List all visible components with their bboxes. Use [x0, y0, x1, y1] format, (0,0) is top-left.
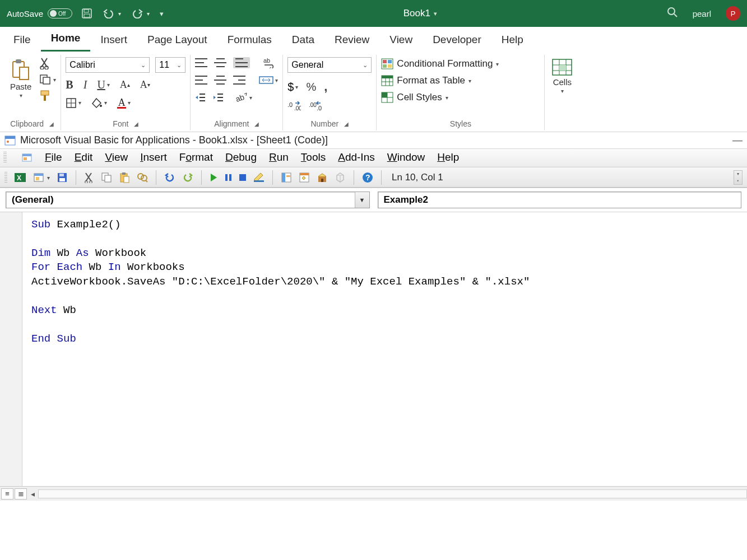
- tab-page-layout[interactable]: Page Layout: [137, 29, 217, 52]
- vbe-menu-insert[interactable]: Insert: [140, 151, 167, 164]
- decrease-decimal-icon[interactable]: .00.0: [309, 101, 322, 111]
- vbe-menu-addins[interactable]: Add-Ins: [338, 151, 375, 164]
- project-explorer-icon[interactable]: [281, 172, 292, 183]
- accounting-format-icon[interactable]: $▾: [287, 81, 298, 94]
- vbe-menu-tools[interactable]: Tools: [301, 151, 326, 164]
- cut-icon[interactable]: [84, 172, 94, 183]
- menubar-grip-icon[interactable]: [3, 152, 7, 163]
- vbe-menu-run[interactable]: Run: [269, 151, 289, 164]
- scroll-left-icon[interactable]: ◂: [27, 489, 38, 498]
- break-icon[interactable]: [224, 173, 232, 182]
- font-dialog-launcher-icon[interactable]: ◢: [134, 121, 138, 127]
- copy-icon[interactable]: [101, 172, 112, 183]
- tab-view[interactable]: View: [379, 29, 423, 52]
- decrease-font-icon[interactable]: A▾: [140, 79, 150, 91]
- underline-icon[interactable]: U▾: [97, 78, 109, 91]
- vbe-control-icon[interactable]: [21, 152, 33, 162]
- wrap-text-icon[interactable]: ab: [263, 57, 277, 68]
- procedure-selector[interactable]: Example2: [378, 192, 742, 208]
- cells-button[interactable]: Cells ▾: [549, 57, 575, 95]
- align-top-icon[interactable]: [195, 58, 207, 67]
- horizontal-scrollbar[interactable]: [38, 489, 747, 498]
- paste-icon[interactable]: [119, 172, 130, 183]
- find-icon[interactable]: [137, 172, 148, 183]
- workbook-title[interactable]: Book1 ▾: [174, 8, 667, 19]
- tab-insert[interactable]: Insert: [90, 29, 137, 52]
- bold-icon[interactable]: B: [66, 78, 73, 91]
- format-as-table-button[interactable]: Format as Table▾: [381, 74, 471, 87]
- increase-font-icon[interactable]: A▴: [120, 79, 130, 91]
- format-painter-icon[interactable]: [39, 90, 52, 102]
- align-left-icon[interactable]: [195, 76, 207, 85]
- redo-icon[interactable]: ▾: [131, 8, 150, 18]
- orientation-icon[interactable]: ab▾: [235, 92, 252, 103]
- undo-icon[interactable]: ▾: [103, 8, 121, 18]
- number-dialog-launcher-icon[interactable]: ◢: [344, 121, 349, 127]
- vbe-menu-help[interactable]: Help: [437, 151, 459, 164]
- vbe-menu-file[interactable]: File: [45, 151, 62, 164]
- tab-home[interactable]: Home: [41, 27, 91, 52]
- italic-icon[interactable]: I: [83, 78, 87, 91]
- object-selector[interactable]: (General) ▼: [6, 192, 370, 208]
- qat-customize-icon[interactable]: ▾: [160, 10, 164, 18]
- save-icon[interactable]: [81, 8, 92, 19]
- object-browser-icon[interactable]: [317, 172, 328, 183]
- vbe-menu-debug[interactable]: Debug: [225, 151, 257, 164]
- save-icon[interactable]: [57, 172, 68, 183]
- percent-format-icon[interactable]: %: [306, 81, 316, 94]
- vbe-menu-format[interactable]: Format: [179, 151, 213, 164]
- code-editor[interactable]: Sub Example2() Dim Wb As Workbook For Ea…: [22, 212, 747, 486]
- toolbar-grip-icon[interactable]: [4, 172, 7, 183]
- view-excel-icon[interactable]: X: [14, 172, 26, 183]
- align-middle-icon[interactable]: [214, 58, 226, 67]
- run-icon[interactable]: [210, 173, 217, 182]
- align-right-icon[interactable]: [233, 76, 245, 85]
- copy-icon[interactable]: ▾: [39, 74, 56, 85]
- number-format-dropdown[interactable]: General⌄: [287, 57, 372, 73]
- redo-icon[interactable]: [182, 172, 193, 183]
- tab-help[interactable]: Help: [491, 29, 533, 52]
- vbe-minimize-icon[interactable]: —: [732, 134, 743, 146]
- increase-indent-icon[interactable]: [213, 92, 224, 102]
- vbe-menu-window[interactable]: Window: [387, 151, 425, 164]
- fill-color-icon[interactable]: ▾: [91, 97, 107, 109]
- full-module-view-icon[interactable]: ≣: [15, 488, 27, 500]
- align-center-icon[interactable]: [214, 76, 226, 85]
- tab-review[interactable]: Review: [324, 29, 379, 52]
- avatar[interactable]: P: [726, 6, 740, 21]
- help-icon[interactable]: ?: [362, 172, 373, 183]
- design-mode-icon[interactable]: [253, 172, 265, 183]
- tab-developer[interactable]: Developer: [423, 29, 491, 52]
- font-color-icon[interactable]: A▾: [117, 97, 131, 109]
- conditional-formatting-button[interactable]: Conditional Formatting▾: [381, 57, 499, 71]
- margin-indicator-bar[interactable]: [0, 212, 22, 486]
- cut-icon[interactable]: [39, 57, 50, 69]
- undo-icon[interactable]: [164, 172, 175, 183]
- chevron-down-icon[interactable]: ▼: [355, 192, 369, 208]
- toolbar-options-icon[interactable]: ▾▪: [734, 170, 743, 185]
- vbe-menu-view[interactable]: View: [105, 151, 128, 164]
- comma-format-icon[interactable]: ,: [324, 80, 327, 94]
- merge-center-icon[interactable]: ▾: [259, 75, 278, 85]
- clipboard-dialog-launcher-icon[interactable]: ◢: [49, 121, 54, 127]
- vbe-menu-edit[interactable]: Edit: [75, 151, 93, 164]
- search-icon[interactable]: [667, 7, 678, 21]
- align-bottom-icon[interactable]: [233, 57, 250, 68]
- borders-icon[interactable]: ▾: [66, 97, 81, 109]
- procedure-view-icon[interactable]: ≡: [1, 488, 13, 500]
- font-name-dropdown[interactable]: Calibri⌄: [66, 57, 150, 73]
- paste-button[interactable]: Paste ▾: [8, 57, 34, 100]
- tab-data[interactable]: Data: [282, 29, 324, 52]
- decrease-indent-icon[interactable]: [195, 92, 206, 102]
- tab-file[interactable]: File: [3, 29, 41, 52]
- toolbox-icon[interactable]: [335, 172, 346, 183]
- autosave-toggle[interactable]: Off: [48, 8, 72, 18]
- cell-styles-button[interactable]: Cell Styles▾: [381, 91, 448, 104]
- font-size-dropdown[interactable]: 11⌄: [155, 57, 185, 73]
- insert-module-icon[interactable]: ▾: [33, 172, 50, 183]
- alignment-dialog-launcher-icon[interactable]: ◢: [254, 121, 259, 127]
- increase-decimal-icon[interactable]: .0.00: [287, 101, 301, 111]
- reset-icon[interactable]: [239, 174, 247, 181]
- tab-formulas[interactable]: Formulas: [217, 29, 282, 52]
- properties-window-icon[interactable]: [299, 172, 310, 183]
